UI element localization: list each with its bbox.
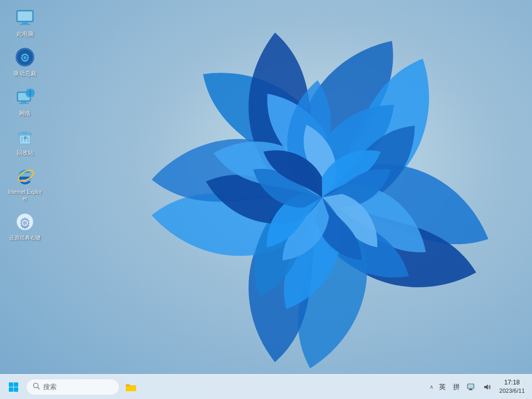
svg-rect-23 bbox=[23, 132, 27, 134]
language-pinyin-label: 拼 bbox=[453, 382, 460, 392]
clock-date: 2023/6/11 bbox=[499, 387, 525, 395]
svg-point-9 bbox=[23, 56, 26, 59]
svg-rect-5 bbox=[18, 12, 32, 20]
svg-rect-3 bbox=[22, 22, 28, 24]
recycle-bin-label: 回收站 bbox=[17, 149, 34, 156]
internet-explorer-icon bbox=[15, 166, 35, 187]
svg-line-38 bbox=[38, 387, 40, 389]
svg-line-26 bbox=[28, 137, 28, 142]
chevron-icon: ∧ bbox=[430, 384, 433, 390]
this-pc-icon bbox=[15, 7, 35, 28]
file-explorer-taskbar-button[interactable] bbox=[122, 378, 140, 396]
desktop-icon-recycle-bin[interactable]: ♻ 回收站 bbox=[5, 124, 45, 158]
desktop-icon-network[interactable]: 网络 bbox=[5, 85, 45, 119]
search-placeholder-text: 搜索 bbox=[43, 382, 57, 392]
network-label: 网络 bbox=[19, 110, 31, 117]
driver-manager-label: 驱动总裁 bbox=[14, 70, 36, 77]
svg-rect-36 bbox=[14, 387, 19, 392]
this-pc-label: 此电脑 bbox=[17, 30, 34, 37]
driver-manager-icon bbox=[15, 47, 35, 68]
monitor-icon bbox=[467, 383, 475, 391]
svg-rect-41 bbox=[468, 384, 473, 388]
desktop-icon-restore-classic[interactable]: 还原经典右键 bbox=[5, 209, 45, 243]
svg-rect-12 bbox=[21, 101, 26, 103]
system-tray: ∧ 英 拼 17:18 bbox=[428, 377, 532, 396]
internet-explorer-label: Internet Explorer bbox=[7, 189, 43, 202]
svg-rect-39 bbox=[126, 387, 136, 391]
restore-classic-label: 还原经典右键 bbox=[9, 234, 41, 241]
taskbar: 搜索 ∧ 英 拼 bbox=[0, 374, 532, 399]
svg-rect-4 bbox=[20, 24, 30, 25]
display-settings-tray-button[interactable] bbox=[464, 381, 478, 393]
desktop-icon-this-pc[interactable]: 此电脑 bbox=[5, 5, 45, 39]
start-button[interactable] bbox=[3, 377, 24, 397]
svg-rect-13 bbox=[19, 103, 29, 104]
windows-logo-icon bbox=[8, 382, 19, 392]
show-hidden-icons-button[interactable]: ∧ bbox=[428, 382, 435, 392]
svg-rect-33 bbox=[9, 382, 14, 387]
language-english-indicator[interactable]: 英 bbox=[436, 380, 449, 394]
desktop-icon-driver-manager[interactable]: 驱动总裁 bbox=[5, 45, 45, 79]
svg-rect-35 bbox=[9, 387, 14, 392]
desktop-icon-internet-explorer[interactable]: Internet Explorer bbox=[5, 164, 45, 204]
network-icon bbox=[15, 87, 35, 108]
volume-tray-button[interactable] bbox=[480, 381, 494, 393]
svg-rect-34 bbox=[14, 382, 19, 387]
folder-icon bbox=[125, 381, 137, 393]
svg-point-32 bbox=[23, 221, 27, 225]
desktop-icons: 此电脑 驱动总裁 bbox=[5, 5, 45, 243]
svg-rect-43 bbox=[469, 390, 473, 390]
volume-icon bbox=[483, 383, 491, 391]
svg-line-24 bbox=[22, 137, 22, 142]
language-pinyin-indicator[interactable]: 拼 bbox=[450, 380, 463, 394]
svg-text:♻: ♻ bbox=[23, 136, 27, 140]
language-en-label: 英 bbox=[439, 382, 446, 392]
svg-rect-42 bbox=[470, 389, 472, 390]
recycle-bin-icon: ♻ bbox=[15, 126, 35, 147]
restore-classic-icon bbox=[15, 211, 35, 232]
search-bar[interactable]: 搜索 bbox=[26, 379, 119, 395]
system-clock[interactable]: 17:18 2023/6/11 bbox=[495, 377, 529, 396]
search-icon bbox=[33, 382, 40, 392]
clock-time: 17:18 bbox=[504, 378, 520, 387]
